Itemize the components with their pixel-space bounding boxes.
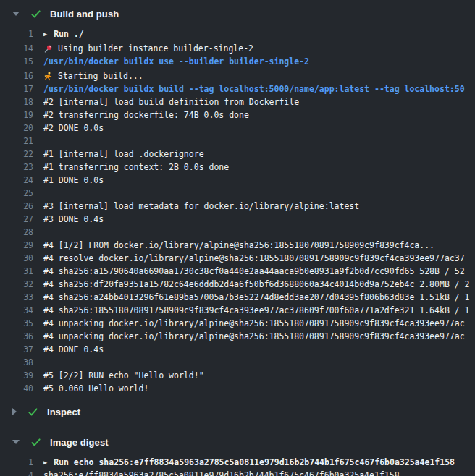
- log-line: 1▶Run echo sha256:e7ff8834a5963a2785c5a0…: [0, 456, 475, 469]
- section-title: Inspect: [47, 407, 80, 417]
- line-number[interactable]: 4: [0, 469, 33, 476]
- log-text-value: #4 sha256:185518070891758909c9f839cf4ca3…: [43, 304, 470, 317]
- line-number[interactable]: 16: [0, 69, 33, 82]
- line-number[interactable]: 1: [0, 456, 33, 469]
- line-number[interactable]: 40: [0, 382, 33, 395]
- expand-group-icon[interactable]: ▶: [43, 27, 47, 41]
- section-header-image-digest[interactable]: Image digest: [0, 433, 475, 451]
- line-number[interactable]: 23: [0, 161, 33, 174]
- expand-group-icon[interactable]: ▶: [43, 456, 47, 469]
- log-text-value: Run echo sha256:e7ff8834a5963a2785c5a081…: [54, 456, 455, 469]
- line-number[interactable]: 15: [0, 55, 33, 68]
- log-text: #5 0.060 Hello world!: [33, 382, 148, 395]
- line-number[interactable]: 35: [0, 317, 33, 330]
- log-line: 25: [0, 187, 475, 200]
- line-number[interactable]: 19: [0, 109, 33, 122]
- line-number[interactable]: 18: [0, 95, 33, 109]
- log-text-value: #1 transferring context: 2B 0.0s done: [43, 161, 229, 174]
- workflow-log: Build and push1▶Run ./14Using builder in…: [0, 0, 475, 476]
- line-number[interactable]: 36: [0, 330, 33, 343]
- section-header-inspect[interactable]: Inspect: [0, 402, 475, 421]
- line-number[interactable]: 29: [0, 239, 33, 252]
- log-text: sha256:e7ff8834a5963a2785c5a0811e979d16b…: [33, 469, 400, 476]
- log-line: 35#4 unpacking docker.io/library/alpine@…: [0, 317, 475, 330]
- log-line: 14Using builder instance builder-single-…: [0, 42, 253, 55]
- line-number[interactable]: 1: [0, 27, 33, 41]
- line-number[interactable]: 37: [0, 343, 33, 356]
- log-line: 27#3 DONE 0.4s: [0, 213, 475, 226]
- log-text-value: /usr/bin/docker buildx build --tag local…: [43, 82, 465, 95]
- line-number[interactable]: 38: [0, 356, 33, 369]
- log-text: #2 transferring dockerfile: 74B 0.0s don…: [33, 109, 249, 122]
- line-number[interactable]: 33: [0, 291, 33, 304]
- log-text-value: #5 [2/2] RUN echo "Hello world!": [43, 369, 204, 382]
- log-text-value: #1 [internal] load .dockerignore: [43, 148, 204, 161]
- log-line: 38: [0, 356, 475, 369]
- log-text-value: #5 0.060 Hello world!: [43, 382, 148, 395]
- log-line: 22#1 [internal] load .dockerignore: [0, 148, 475, 161]
- log-text-value: Run ./: [54, 27, 84, 41]
- log-line: 40#5 0.060 Hello world!: [0, 382, 475, 395]
- log-line: 30#4 resolve docker.io/library/alpine@sh…: [0, 252, 475, 265]
- line-number[interactable]: 27: [0, 213, 33, 226]
- log-line: 29#4 [1/2] FROM docker.io/library/alpine…: [0, 239, 475, 252]
- line-number[interactable]: 25: [0, 187, 33, 200]
- line-number[interactable]: 24: [0, 174, 33, 187]
- log-line: 1▶Run ./: [0, 27, 475, 41]
- section-header-build-and-push[interactable]: Build and push: [0, 4, 475, 23]
- log-text-value: Starting build...: [58, 69, 143, 82]
- log-line: 37#4 DONE 0.4s: [0, 343, 475, 356]
- log-text-value: #4 [1/2] FROM docker.io/library/alpine@s…: [43, 239, 434, 252]
- line-number[interactable]: 17: [0, 82, 33, 95]
- log-text: #4 resolve docker.io/library/alpine@sha2…: [33, 252, 465, 265]
- log-text: ▶Run ./: [33, 27, 84, 41]
- log-text: #5 [2/2] RUN echo "Hello world!": [33, 369, 204, 382]
- log-text: #4 sha256:185518070891758909c9f839cf4ca3…: [33, 304, 470, 317]
- chevron-down-icon[interactable]: [12, 12, 20, 16]
- log-text-value: #4 resolve docker.io/library/alpine@sha2…: [43, 252, 465, 265]
- log-text-value: /usr/bin/docker buildx use --builder bui…: [43, 55, 309, 68]
- log-line: 26#3 [internal] load metadata for docker…: [0, 200, 475, 213]
- success-check-icon: [30, 437, 41, 448]
- line-number[interactable]: 22: [0, 148, 33, 161]
- log-line: 19#2 transferring dockerfile: 74B 0.0s d…: [0, 109, 475, 122]
- log-text: #4 sha256:a24bb4013296f61e89ba57005a7b3e…: [33, 291, 470, 304]
- line-number[interactable]: 21: [0, 135, 33, 148]
- section-title: Image digest: [50, 437, 109, 448]
- line-number[interactable]: 14: [0, 42, 33, 55]
- line-number[interactable]: 28: [0, 226, 33, 239]
- log-line: 21: [0, 135, 475, 148]
- log-text: #2 [internal] load build definition from…: [33, 95, 299, 109]
- log-text: [33, 226, 43, 239]
- log-text-value: #4 DONE 0.4s: [43, 343, 104, 356]
- log-text: #4 [1/2] FROM docker.io/library/alpine@s…: [33, 239, 434, 252]
- log-text: [33, 356, 43, 369]
- line-number[interactable]: 31: [0, 265, 33, 278]
- chevron-down-icon[interactable]: [12, 440, 20, 444]
- line-number[interactable]: 39: [0, 369, 33, 382]
- log-block-image-digest: 1▶Run echo sha256:e7ff8834a5963a2785c5a0…: [0, 456, 475, 476]
- log-text: [33, 135, 43, 148]
- log-text: #4 sha256:df20fa9351a15782c64e6dddb2d4a6…: [33, 278, 470, 291]
- log-text-value: #4 sha256:a15790640a6690aa1730c38cf0a440…: [43, 265, 465, 278]
- log-text: #4 sha256:a15790640a6690aa1730c38cf0a440…: [33, 265, 465, 278]
- line-number[interactable]: 34: [0, 304, 33, 317]
- log-line: 28: [0, 226, 475, 239]
- log-text-value: #2 DONE 0.0s: [43, 122, 104, 135]
- line-number[interactable]: 30: [0, 252, 33, 265]
- line-number[interactable]: 32: [0, 278, 33, 291]
- log-line: 34#4 sha256:185518070891758909c9f839cf4c…: [0, 304, 475, 317]
- log-text-value: #3 [internal] load metadata for docker.i…: [43, 200, 359, 213]
- chevron-right-icon[interactable]: [12, 408, 17, 415]
- section-title: Build and push: [50, 9, 119, 20]
- log-text: #1 transferring context: 2B 0.0s done: [33, 161, 229, 174]
- line-number[interactable]: 20: [0, 122, 33, 135]
- line-number[interactable]: 26: [0, 200, 33, 213]
- log-text: [33, 187, 43, 200]
- log-text-value: #3 DONE 0.4s: [43, 213, 104, 226]
- log-line: 32#4 sha256:df20fa9351a15782c64e6dddb2d4…: [0, 278, 475, 291]
- log-line: 4sha256:e7ff8834a5963a2785c5a0811e979d16…: [0, 469, 475, 476]
- log-line: 36#4 unpacking docker.io/library/alpine@…: [0, 330, 475, 343]
- log-line: 17/usr/bin/docker buildx build --tag loc…: [0, 82, 475, 95]
- log-block-build-and-push: 1▶Run ./14Using builder instance builder…: [0, 27, 475, 395]
